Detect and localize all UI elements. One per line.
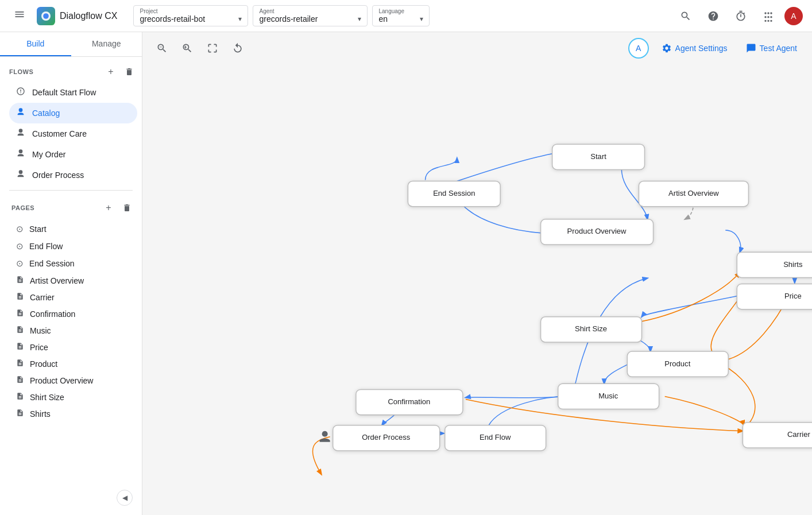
agent-label: Agent [259, 8, 361, 14]
flows-section: FLOWS + Default Start Flow Catalog [0, 57, 142, 188]
user-avatar[interactable]: A [784, 7, 803, 25]
agent-settings-button[interactable]: Agent Settings [656, 40, 733, 57]
delete-page-button[interactable] [119, 200, 135, 216]
svg-text:Music: Music [598, 392, 618, 400]
svg-text:Price: Price [784, 292, 802, 300]
page-end-session-icon: ⊙ [16, 258, 24, 269]
svg-text:Shirts: Shirts [783, 260, 803, 269]
node-shirts[interactable]: Shirts [737, 252, 812, 277]
page-confirmation-icon [16, 309, 24, 319]
search-button[interactable] [674, 5, 697, 28]
language-value: en ▾ [378, 14, 423, 24]
apps-button[interactable] [757, 5, 780, 28]
dropdown-group: Project grecords-retail-bot ▾ Agent grec… [133, 5, 667, 26]
fit-view-button[interactable] [202, 38, 223, 59]
page-shirt-size[interactable]: Shirt Size [9, 389, 137, 405]
page-music[interactable]: Music [9, 322, 137, 339]
node-confirmation[interactable]: Confirmation [356, 389, 463, 415]
page-artist-overview-icon [16, 276, 24, 285]
node-artist-overview[interactable]: Artist Overview [639, 181, 748, 207]
flow-item-myorder[interactable]: My Order [9, 144, 137, 165]
page-end-flow[interactable]: ⊙ End Flow [9, 238, 137, 255]
page-end-session[interactable]: ⊙ End Session [9, 255, 137, 272]
language-label: Language [378, 8, 423, 14]
flow-item-default[interactable]: Default Start Flow [9, 82, 137, 103]
page-product[interactable]: Product [9, 355, 137, 372]
zoom-out-button[interactable] [152, 38, 172, 59]
node-carrier[interactable]: Carrier [743, 423, 812, 448]
zoom-in-button[interactable] [177, 38, 198, 59]
node-price[interactable]: Price [737, 284, 812, 309]
svg-text:Start: Start [590, 152, 606, 161]
page-shirt-size-label: Shirt Size [30, 393, 64, 402]
test-agent-button[interactable]: Test Agent [740, 40, 803, 57]
language-dropdown[interactable]: Language en ▾ [372, 5, 430, 26]
page-product-overview-icon [16, 375, 24, 385]
agent-dropdown[interactable]: Agent grecords-retailer ▾ [253, 5, 368, 26]
page-confirmation[interactable]: Confirmation [9, 305, 137, 322]
flows-actions: + [103, 64, 137, 80]
flow-myorder-label: My Order [32, 150, 65, 159]
page-artist-overview[interactable]: Artist Overview [9, 272, 137, 289]
flow-diagram: Start End Session Artist Overview Produc… [142, 64, 812, 515]
node-end-flow[interactable]: End Flow [445, 425, 546, 451]
page-confirmation-label: Confirmation [30, 309, 75, 319]
canvas-agent-avatar[interactable]: A [628, 38, 649, 59]
flows-label: FLOWS [9, 68, 33, 75]
timer-button[interactable] [729, 5, 752, 28]
page-shirts-label: Shirts [30, 409, 51, 419]
svg-text:Carrier: Carrier [787, 430, 811, 439]
project-dropdown[interactable]: Project grecords-retail-bot ▾ [133, 5, 248, 26]
node-product-overview[interactable]: Product Overview [541, 219, 654, 245]
logo-area: Dialogflow CX [37, 7, 117, 25]
flows-header: FLOWS + [9, 64, 137, 80]
page-price-icon [16, 342, 24, 352]
flow-item-orderprocess[interactable]: Order Process [9, 165, 137, 185]
node-order-process[interactable]: Order Process [333, 425, 440, 451]
agent-value: grecords-retailer ▾ [259, 14, 361, 24]
flow-default-label: Default Start Flow [32, 88, 96, 97]
page-start-label: Start [29, 224, 47, 234]
delete-flow-button[interactable] [121, 64, 137, 80]
project-value: grecords-retail-bot ▾ [140, 14, 242, 24]
flow-catalog-icon [16, 107, 25, 119]
pages-header: PAGES + [9, 195, 137, 218]
sidebar-divider-1 [9, 190, 133, 191]
canvas-toolbar: A Agent Settings Test Agent [142, 32, 812, 64]
node-shirt-size[interactable]: Shirt Size [541, 317, 642, 342]
svg-text:Order Process: Order Process [362, 433, 411, 442]
page-carrier-label: Carrier [30, 293, 55, 302]
page-carrier[interactable]: Carrier [9, 289, 137, 305]
svg-text:Product: Product [664, 359, 690, 368]
flow-orderprocess-icon [16, 169, 25, 181]
menu-icon[interactable] [9, 4, 30, 28]
svg-text:End Session: End Session [433, 189, 475, 198]
page-shirts[interactable]: Shirts [9, 405, 137, 422]
test-agent-label: Test Agent [760, 44, 797, 53]
page-start[interactable]: ⊙ Start [9, 220, 137, 238]
node-start[interactable]: Start [552, 144, 645, 169]
collapse-sidebar-button[interactable]: ◀ [117, 490, 133, 506]
page-product-overview[interactable]: Product Overview [9, 372, 137, 389]
canvas-area: A Agent Settings Test Agent [142, 32, 812, 515]
order-process-person-icon [320, 431, 330, 442]
add-page-button[interactable]: + [100, 200, 117, 216]
add-flow-button[interactable]: + [103, 64, 119, 80]
page-price[interactable]: Price [9, 339, 137, 355]
project-label: Project [140, 8, 242, 14]
page-carrier-icon [16, 292, 24, 302]
node-end-session[interactable]: End Session [408, 181, 500, 207]
reset-view-button[interactable] [227, 38, 248, 59]
sidebar-tabs: Build Manage [0, 32, 142, 57]
flow-item-catalog[interactable]: Catalog [9, 103, 137, 123]
tab-manage[interactable]: Manage [71, 32, 142, 56]
tab-build[interactable]: Build [0, 32, 71, 56]
flow-item-customercare[interactable]: Customer Care [9, 123, 137, 144]
pages-actions: + [100, 200, 135, 216]
help-button[interactable] [702, 5, 725, 28]
page-end-session-label: End Session [29, 259, 75, 268]
node-product[interactable]: Product [627, 351, 728, 377]
sidebar: Build Manage FLOWS + Default Start Flow [0, 32, 142, 515]
page-product-icon [16, 359, 24, 369]
node-music[interactable]: Music [558, 384, 659, 409]
